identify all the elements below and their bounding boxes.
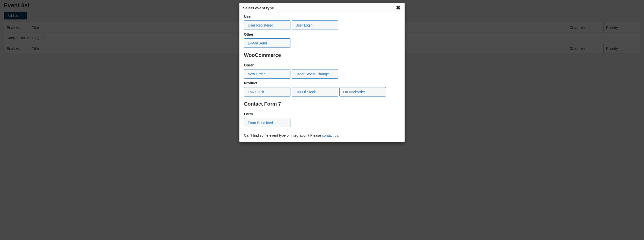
section-heading-woocommerce: WooCommerce xyxy=(244,52,400,59)
category-label-form: Form xyxy=(244,109,400,116)
event-type-new-order[interactable]: New Order xyxy=(244,69,290,79)
event-type-low-stock[interactable]: Low Stock xyxy=(244,87,290,97)
event-type-form-submitted[interactable]: Form Submitted xyxy=(244,118,290,127)
modal-overlay[interactable]: Select event type ✖ UserUser RegisteredU… xyxy=(0,0,644,148)
event-type-on-backorder[interactable]: On Backorder xyxy=(339,87,386,97)
event-type-e-mail-send[interactable]: E-Mail Send xyxy=(244,38,290,48)
event-type-user-login[interactable]: User Login xyxy=(292,20,338,30)
category-label-user: User xyxy=(244,13,400,18)
event-type-out-of-stock[interactable]: Out Of Stock xyxy=(292,87,338,97)
category-label-order: Order xyxy=(244,61,400,67)
category-label-product: Product xyxy=(244,79,400,85)
modal-footer-text: Can't find some event type or integratio… xyxy=(244,133,400,137)
event-button-row: Form Submitted xyxy=(244,118,400,127)
section-heading-contact-form-7: Contact Form 7 xyxy=(244,101,400,108)
event-button-row: E-Mail Send xyxy=(244,38,400,48)
category-label-other: Other xyxy=(244,30,400,36)
modal-title: Select event type xyxy=(243,6,274,10)
event-button-row: User RegisteredUser Login xyxy=(244,20,400,30)
event-button-row: New OrderOrder Status Change xyxy=(244,69,400,79)
contact-us-link[interactable]: contact us xyxy=(322,133,338,137)
event-button-row: Low StockOut Of StockOn Backorder xyxy=(244,87,400,97)
close-icon[interactable]: ✖ xyxy=(395,5,401,11)
event-type-user-registered[interactable]: User Registered xyxy=(244,20,290,30)
event-type-modal: Select event type ✖ UserUser RegisteredU… xyxy=(239,3,405,142)
event-type-order-status-change[interactable]: Order Status Change xyxy=(292,69,338,79)
